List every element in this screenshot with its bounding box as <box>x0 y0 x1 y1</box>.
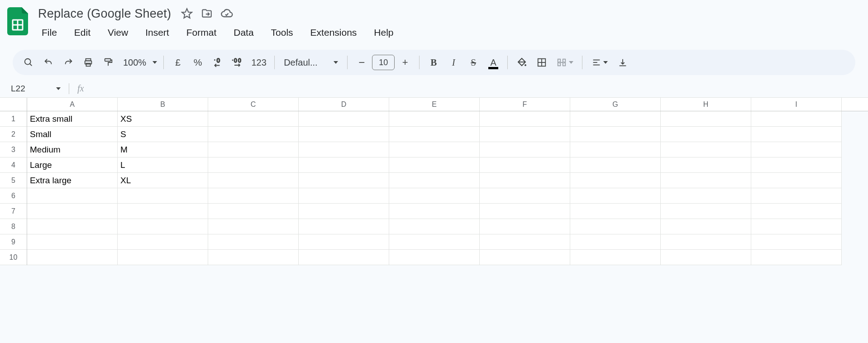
document-title[interactable]: Replace (Google Sheet) <box>35 6 174 22</box>
cell[interactable] <box>570 234 661 250</box>
cell[interactable] <box>661 173 751 188</box>
cell[interactable] <box>480 234 570 250</box>
decrease-decimal-button[interactable]: 0 <box>208 53 227 72</box>
cell[interactable] <box>27 188 118 204</box>
print-icon[interactable] <box>79 53 98 72</box>
cell[interactable] <box>208 127 299 142</box>
cell[interactable] <box>751 250 842 265</box>
row-header[interactable]: 8 <box>0 219 27 234</box>
cell[interactable] <box>570 188 661 204</box>
increase-font-size-button[interactable]: + <box>396 53 415 72</box>
fill-color-button[interactable] <box>512 53 531 72</box>
cell[interactable]: M <box>118 142 208 157</box>
cell[interactable] <box>661 234 751 250</box>
cell[interactable] <box>208 219 299 234</box>
cell[interactable]: Medium <box>27 142 118 157</box>
cell[interactable] <box>118 234 208 250</box>
menu-extensions[interactable]: Extensions <box>307 24 361 41</box>
column-header[interactable]: I <box>751 98 842 111</box>
cell[interactable] <box>480 173 570 188</box>
cell[interactable] <box>661 250 751 265</box>
cell[interactable] <box>661 219 751 234</box>
cell[interactable]: XL <box>118 173 208 188</box>
row-header[interactable]: 2 <box>0 127 27 142</box>
cell[interactable] <box>299 127 389 142</box>
column-header[interactable]: D <box>299 98 389 111</box>
name-box[interactable]: L22 <box>6 84 64 94</box>
cell[interactable] <box>118 250 208 265</box>
select-all-corner[interactable] <box>0 98 27 111</box>
column-header[interactable]: H <box>661 98 751 111</box>
horizontal-align-button[interactable] <box>587 53 612 72</box>
cell[interactable] <box>299 111 389 127</box>
menu-format[interactable]: Format <box>183 24 220 41</box>
cell[interactable] <box>751 188 842 204</box>
cell[interactable] <box>389 204 480 219</box>
increase-decimal-button[interactable]: 0 0 <box>228 53 247 72</box>
text-color-button[interactable]: A <box>484 53 503 72</box>
cell[interactable] <box>480 142 570 157</box>
cell[interactable] <box>389 111 480 127</box>
font-size-input[interactable]: 10 <box>372 55 395 70</box>
row-header[interactable]: 3 <box>0 142 27 157</box>
cell[interactable] <box>389 142 480 157</box>
cell[interactable] <box>480 219 570 234</box>
undo-icon[interactable] <box>39 53 58 72</box>
cell[interactable] <box>751 127 842 142</box>
cell[interactable] <box>751 204 842 219</box>
cell[interactable] <box>299 219 389 234</box>
cell[interactable]: L <box>118 157 208 173</box>
cell[interactable] <box>661 127 751 142</box>
menu-edit[interactable]: Edit <box>71 24 94 41</box>
menu-tools[interactable]: Tools <box>267 24 297 41</box>
cell[interactable]: XS <box>118 111 208 127</box>
cell[interactable] <box>480 250 570 265</box>
cell[interactable] <box>299 142 389 157</box>
merge-cells-button[interactable] <box>552 53 577 72</box>
search-menus-icon[interactable] <box>19 53 38 72</box>
cell[interactable] <box>751 234 842 250</box>
cell[interactable] <box>661 157 751 173</box>
cell[interactable] <box>389 219 480 234</box>
cell[interactable] <box>208 250 299 265</box>
paint-format-icon[interactable] <box>99 53 118 72</box>
more-formats-button[interactable]: 123 <box>248 53 270 72</box>
menu-view[interactable]: View <box>104 24 132 41</box>
cell[interactable] <box>389 173 480 188</box>
cell[interactable] <box>661 142 751 157</box>
cell[interactable] <box>570 111 661 127</box>
move-folder-icon[interactable] <box>200 7 214 20</box>
star-icon[interactable] <box>180 7 194 20</box>
cell[interactable] <box>480 204 570 219</box>
cell[interactable]: S <box>118 127 208 142</box>
cell[interactable] <box>27 204 118 219</box>
cell[interactable] <box>751 111 842 127</box>
cell[interactable] <box>208 111 299 127</box>
cell[interactable] <box>299 188 389 204</box>
cell[interactable]: Extra large <box>27 173 118 188</box>
formula-input[interactable] <box>87 80 868 97</box>
cell[interactable] <box>389 234 480 250</box>
cell[interactable] <box>570 219 661 234</box>
cell[interactable] <box>27 234 118 250</box>
row-header[interactable]: 1 <box>0 111 27 127</box>
menu-insert[interactable]: Insert <box>142 24 173 41</box>
row-header[interactable]: 6 <box>0 188 27 204</box>
cell[interactable] <box>299 204 389 219</box>
row-header[interactable]: 7 <box>0 204 27 219</box>
column-header[interactable]: F <box>480 98 570 111</box>
cell[interactable] <box>27 219 118 234</box>
cell[interactable] <box>751 157 842 173</box>
cell[interactable] <box>208 142 299 157</box>
font-family-select[interactable]: Defaul... <box>279 57 343 68</box>
redo-icon[interactable] <box>59 53 78 72</box>
italic-button[interactable]: I <box>444 53 463 72</box>
column-header[interactable]: C <box>208 98 299 111</box>
cell[interactable] <box>299 173 389 188</box>
strikethrough-button[interactable]: S <box>464 53 483 72</box>
cell[interactable] <box>480 157 570 173</box>
row-header[interactable]: 9 <box>0 234 27 250</box>
cell[interactable] <box>208 157 299 173</box>
borders-button[interactable] <box>532 53 551 72</box>
cell[interactable]: Small <box>27 127 118 142</box>
